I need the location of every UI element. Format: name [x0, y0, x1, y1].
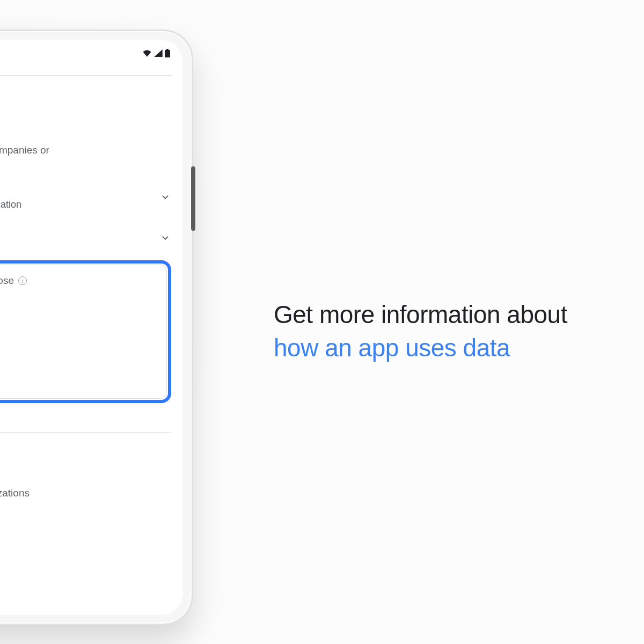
- headline: Get more information about how an app us…: [274, 298, 644, 364]
- phone-power-button: [191, 166, 195, 231]
- highlighted-item-3-sub: on: [0, 376, 157, 386]
- phone-screen: ed e shared with other companies or n at…: [0, 40, 183, 615]
- top-divider: [0, 75, 171, 76]
- svg-rect-1: [166, 49, 169, 50]
- info-icon[interactable]: i: [18, 276, 27, 285]
- highlighted-item-1-sub: alytics: [0, 308, 157, 319]
- highlighted-card-heading: l and for what purpose i: [0, 275, 157, 287]
- canvas: Get more information about how an app us…: [0, 0, 644, 644]
- wifi-icon: [142, 49, 152, 57]
- highlighted-card-inner: l and for what purpose i alytics mmunica…: [0, 265, 167, 399]
- location-row-title: n: [0, 184, 154, 196]
- headline-line2: how an app uses data: [274, 331, 644, 364]
- personal-info-row[interactable]: info: [0, 232, 171, 244]
- highlighted-heading-text: l and for what purpose: [0, 275, 14, 287]
- data-shared-subtitle: e shared with other companies or: [0, 143, 171, 158]
- data-collected-subtitle: r companies or organizations: [0, 487, 171, 499]
- screen-content: ed e shared with other companies or n at…: [0, 72, 183, 615]
- phone-frame: ed e shared with other companies or n at…: [0, 30, 193, 625]
- phone-mockup: ed e shared with other companies or n at…: [0, 30, 193, 625]
- chevron-down-icon: [159, 232, 171, 244]
- headline-line1: Get more information about: [274, 298, 644, 331]
- highlighted-item-2: mmunications: [0, 337, 157, 348]
- highlighted-item-2-sub: mmunications: [0, 337, 157, 348]
- cellular-icon: [154, 49, 163, 57]
- data-collected-title: data: [0, 465, 171, 482]
- highlighted-data-card: l and for what purpose i alytics mmunica…: [0, 260, 171, 403]
- location-row-sub: ate location, Precise location: [0, 199, 154, 210]
- highlighted-item-3: er on: [0, 362, 157, 386]
- section-divider: [0, 432, 171, 433]
- status-bar: [0, 40, 183, 67]
- battery-icon: [165, 49, 170, 57]
- location-row[interactable]: n ate location, Precise location: [0, 184, 171, 210]
- chevron-down-icon: [159, 191, 171, 203]
- highlighted-item-3-title: er: [0, 362, 157, 374]
- highlighted-item-1: alytics: [0, 308, 157, 319]
- svg-rect-0: [165, 50, 170, 57]
- status-icons: [142, 49, 170, 57]
- personal-info-row-title: info: [0, 232, 154, 244]
- data-shared-title: ed: [0, 121, 171, 138]
